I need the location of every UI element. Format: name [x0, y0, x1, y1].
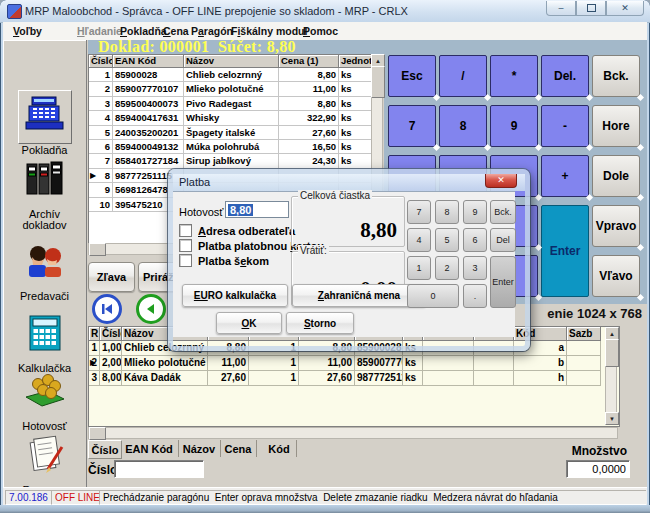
- keypad-key-hore[interactable]: Hore: [592, 105, 640, 147]
- table-row[interactable]: 6859400049132Múka polohrubá16,50ks: [89, 140, 372, 154]
- maximize-button[interactable]: [576, 1, 606, 16]
- scroll-down-icon[interactable]: ▼: [605, 412, 619, 425]
- table-row[interactable]: 3859500400073Pivo Radegast8,80ks: [89, 97, 372, 111]
- sidebar-item-pokladna[interactable]: Pokladňa: [5, 90, 84, 156]
- column-header-cislo[interactable]: Číslo: [89, 55, 113, 68]
- payment-dialog-titlebar[interactable]: Platba: [173, 174, 525, 191]
- cislo-input[interactable]: [114, 460, 204, 478]
- dialog-key-3[interactable]: 3: [463, 256, 487, 280]
- hscroll-thumb[interactable]: [89, 427, 106, 440]
- cash-register-icon: [18, 90, 72, 144]
- keypad-key-enter[interactable]: Enter: [541, 205, 589, 297]
- change-label: Vrátiť:: [298, 245, 329, 256]
- cell-spolu: 27,60: [299, 371, 355, 386]
- keypad-key-vlavo[interactable]: Vľavo: [592, 255, 640, 297]
- column-header-sazb[interactable]: Sazb: [567, 327, 601, 341]
- receipt-grid-hscrollbar[interactable]: [88, 427, 618, 439]
- sidebar-item-hotovost[interactable]: Hotovosť: [5, 368, 84, 432]
- dialog-key-8[interactable]: 8: [435, 200, 459, 224]
- checkbox-box[interactable]: [179, 239, 192, 252]
- checkbox-platba-sekom[interactable]: Platba šekom: [179, 254, 269, 267]
- dialog-key-del[interactable]: Del: [490, 228, 516, 252]
- vscroll-thumb[interactable]: [605, 339, 619, 367]
- dialog-key-enter[interactable]: Enter: [490, 256, 516, 308]
- minimize-button[interactable]: –: [546, 1, 576, 16]
- receipt-grid-vscrollbar[interactable]: ▲ ▼: [605, 327, 617, 424]
- keypad-key-minus[interactable]: -: [541, 105, 589, 147]
- table-row[interactable]: 4859400417631Whisky322,90ks: [89, 111, 372, 125]
- table-row[interactable]: 185900028Chlieb celozrnný8,80ks: [89, 68, 372, 82]
- tab-kod[interactable]: Kód: [262, 440, 297, 457]
- vscroll-thumb[interactable]: [371, 66, 385, 98]
- tab-ean-kod[interactable]: EAN Kód: [120, 440, 179, 457]
- table-row[interactable]: 38,00Káva Dadák27,60127,60987772511ksh: [89, 371, 619, 386]
- discount-button[interactable]: Zľava: [88, 262, 135, 292]
- keypad-key-9[interactable]: 9: [490, 105, 538, 147]
- quantity-input[interactable]: [566, 460, 630, 478]
- items-grid-header: ČísloEAN KódNázovCena (1)Jednot: [89, 55, 372, 68]
- keypad-key-asterisk[interactable]: *: [490, 55, 538, 97]
- checkbox-adresa-odberatela[interactable]: Adresa odberateľa: [179, 224, 295, 237]
- ok-button[interactable]: OK: [216, 312, 282, 334]
- payment-dialog: Platba ✕ Hotovosť 8,80 Adresa odberateľa…: [168, 169, 530, 351]
- checkbox-box[interactable]: [179, 224, 192, 237]
- column-header-cena-1[interactable]: Cena (1): [279, 55, 339, 68]
- dialog-key-0[interactable]: 0: [407, 284, 459, 308]
- first-record-icon[interactable]: [92, 294, 122, 324]
- app-icon: [7, 4, 22, 19]
- storno-button[interactable]: Storno: [286, 312, 354, 334]
- euro-kalkulacka-button[interactable]: EURO kalkulačka: [182, 284, 288, 307]
- dialog-key-9[interactable]: 9: [463, 200, 487, 224]
- column-header-cislo[interactable]: Číslo: [100, 327, 122, 341]
- sidebar-item-archiv-dokladov[interactable]: Archív dokladov: [5, 156, 84, 231]
- sidebar-item-kalkulacka[interactable]: Kalkulačka: [5, 310, 84, 374]
- table-row[interactable]: 7858401727184Sirup jablkový24,30ks: [89, 154, 372, 168]
- column-header-nazov[interactable]: Názov: [184, 55, 279, 68]
- keypad-key-esc[interactable]: Esc: [388, 55, 436, 97]
- dialog-key-dot[interactable]: .: [463, 284, 487, 308]
- table-row[interactable]: ▶22,00Mlieko polotučné11,00111,008590077…: [89, 356, 619, 371]
- keypad-key-8[interactable]: 8: [439, 105, 487, 147]
- dialog-key-bckdot[interactable]: Bck.: [490, 200, 516, 224]
- cell-zlava: [474, 356, 514, 371]
- column-header-ean-kod[interactable]: EAN Kód: [113, 55, 184, 68]
- tab-cislo[interactable]: Číslo: [88, 440, 122, 459]
- tab-cena[interactable]: Cena: [220, 440, 257, 457]
- keypad-key-7[interactable]: 7: [388, 105, 436, 147]
- column-header-jednot[interactable]: Jednot: [339, 55, 372, 68]
- cell-kod: b: [514, 356, 567, 371]
- dialog-key-4[interactable]: 4: [407, 228, 431, 252]
- table-row[interactable]: 5240035200201Špagety italské27,60ks: [89, 126, 372, 140]
- dialog-key-2[interactable]: 2: [435, 256, 459, 280]
- menu-item-fiskalny-modul[interactable]: Fiškálny modul: [229, 24, 309, 38]
- menu-item-volby[interactable]: Voľby: [11, 24, 44, 38]
- close-button[interactable]: ✕: [606, 1, 644, 16]
- keypad-key-deldot[interactable]: Del.: [541, 55, 589, 97]
- dialog-key-7[interactable]: 7: [407, 200, 431, 224]
- dialog-close-button[interactable]: ✕: [485, 174, 517, 188]
- table-row[interactable]: 2859007770107Mlieko polotučné11,00ks: [89, 82, 372, 96]
- column-header-r[interactable]: R: [89, 327, 100, 341]
- tab-nazov[interactable]: Názov: [178, 440, 221, 457]
- cash-input[interactable]: 8,80: [225, 201, 289, 218]
- cell-cena: 27,60: [208, 371, 249, 386]
- dialog-key-6[interactable]: 6: [463, 228, 487, 252]
- keypad-key-vpravo[interactable]: Vpravo: [592, 205, 640, 247]
- hscroll-thumb[interactable]: [89, 243, 106, 256]
- dialog-key-5[interactable]: 5: [435, 228, 459, 252]
- keypad-key-slash[interactable]: /: [439, 55, 487, 97]
- dialog-key-1[interactable]: 1: [407, 256, 431, 280]
- title-bar[interactable]: MRP Maloobchod - Správca - OFF LINE prep…: [0, 0, 650, 23]
- menu-item-pomoc[interactable]: Pomoc: [301, 24, 340, 38]
- keypad-key-bckdot[interactable]: Bck.: [592, 55, 640, 97]
- keypad-key-dole[interactable]: Dole: [592, 155, 640, 197]
- menu-item-hladanie[interactable]: Hľadanie: [75, 24, 124, 38]
- sidebar-item-predavaci[interactable]: Predavači: [5, 238, 84, 302]
- menu-item-cena[interactable]: Cena: [161, 24, 191, 38]
- keypad-key-plus[interactable]: +: [541, 155, 589, 197]
- cell-c9: [423, 371, 474, 386]
- zahranicna-mena-button[interactable]: Zahraničná mena: [292, 284, 426, 307]
- prev-record-icon[interactable]: [136, 294, 166, 324]
- cell-cena: 27,60: [279, 126, 339, 140]
- checkbox-box[interactable]: [179, 254, 192, 267]
